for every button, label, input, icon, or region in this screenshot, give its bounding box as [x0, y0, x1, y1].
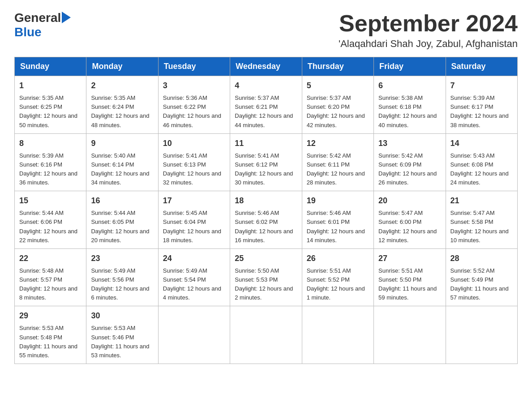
- calendar-day-cell: 21Sunrise: 5:47 AMSunset: 5:58 PMDayligh…: [446, 191, 517, 249]
- day-number: 17: [163, 195, 225, 207]
- calendar-day-cell: 27Sunrise: 5:51 AMSunset: 5:50 PMDayligh…: [374, 248, 446, 306]
- day-number: 28: [450, 253, 513, 265]
- calendar-week-3: 15Sunrise: 5:44 AMSunset: 6:06 PMDayligh…: [15, 191, 518, 249]
- logo-general-text: General: [14, 11, 61, 25]
- day-info: Sunrise: 5:52 AMSunset: 5:49 PMDaylight:…: [450, 266, 513, 303]
- day-info: Sunrise: 5:48 AMSunset: 5:57 PMDaylight:…: [19, 266, 82, 303]
- calendar-day-cell: 9Sunrise: 5:40 AMSunset: 6:14 PMDaylight…: [86, 133, 158, 191]
- day-number: 14: [450, 137, 513, 150]
- calendar-day-cell: 22Sunrise: 5:48 AMSunset: 5:57 PMDayligh…: [15, 248, 86, 306]
- location-title: 'Alaqahdari Shah Joy, Zabul, Afghanistan: [339, 38, 518, 50]
- weekday-header-saturday: Saturday: [446, 57, 517, 76]
- calendar-day-cell: 8Sunrise: 5:39 AMSunset: 6:16 PMDaylight…: [15, 133, 86, 191]
- svg-marker-0: [62, 12, 71, 23]
- day-number: 25: [235, 253, 297, 265]
- day-info: Sunrise: 5:41 AMSunset: 6:12 PMDaylight:…: [235, 151, 297, 188]
- day-info: Sunrise: 5:45 AMSunset: 6:04 PMDaylight:…: [163, 209, 225, 245]
- weekday-header-friday: Friday: [374, 57, 446, 76]
- day-number: 22: [19, 253, 82, 265]
- calendar-day-cell: 19Sunrise: 5:46 AMSunset: 6:01 PMDayligh…: [302, 191, 373, 249]
- day-number: 29: [19, 310, 82, 322]
- weekday-header-row: SundayMondayTuesdayWednesdayThursdayFrid…: [15, 57, 518, 76]
- day-number: 30: [91, 310, 153, 322]
- day-info: Sunrise: 5:41 AMSunset: 6:13 PMDaylight:…: [163, 151, 225, 188]
- day-number: 8: [19, 137, 82, 150]
- day-info: Sunrise: 5:36 AMSunset: 6:22 PMDaylight:…: [163, 94, 225, 130]
- day-info: Sunrise: 5:46 AMSunset: 6:02 PMDaylight:…: [235, 209, 297, 245]
- day-number: 9: [91, 137, 153, 150]
- calendar-day-cell: 2Sunrise: 5:35 AMSunset: 6:24 PMDaylight…: [86, 76, 158, 134]
- calendar-day-cell: [158, 306, 230, 364]
- day-info: Sunrise: 5:37 AMSunset: 6:20 PMDaylight:…: [307, 94, 369, 130]
- page-header: General Blue September 2024 'Alaqahdari …: [14, 11, 518, 50]
- day-number: 15: [19, 195, 82, 207]
- day-info: Sunrise: 5:51 AMSunset: 5:50 PMDaylight:…: [378, 266, 441, 303]
- calendar-day-cell: 29Sunrise: 5:53 AMSunset: 5:48 PMDayligh…: [15, 306, 86, 364]
- day-number: 16: [91, 195, 153, 207]
- day-number: 5: [307, 80, 369, 92]
- weekday-header-wednesday: Wednesday: [230, 57, 302, 76]
- calendar-week-2: 8Sunrise: 5:39 AMSunset: 6:16 PMDaylight…: [15, 133, 518, 191]
- day-number: 7: [450, 80, 513, 92]
- month-title: September 2024: [339, 11, 518, 36]
- calendar-day-cell: 20Sunrise: 5:47 AMSunset: 6:00 PMDayligh…: [374, 191, 446, 249]
- day-info: Sunrise: 5:42 AMSunset: 6:09 PMDaylight:…: [378, 151, 441, 188]
- calendar-day-cell: 1Sunrise: 5:35 AMSunset: 6:25 PMDaylight…: [15, 76, 86, 134]
- calendar-day-cell: 16Sunrise: 5:44 AMSunset: 6:05 PMDayligh…: [86, 191, 158, 249]
- day-number: 21: [450, 195, 513, 207]
- logo-blue-text: Blue: [14, 25, 42, 39]
- day-number: 23: [91, 253, 153, 265]
- day-number: 1: [19, 80, 82, 92]
- title-block: September 2024 'Alaqahdari Shah Joy, Zab…: [339, 11, 518, 50]
- day-info: Sunrise: 5:37 AMSunset: 6:21 PMDaylight:…: [235, 94, 297, 130]
- day-number: 27: [378, 253, 441, 265]
- calendar-day-cell: [230, 306, 302, 364]
- weekday-header-tuesday: Tuesday: [158, 57, 230, 76]
- day-info: Sunrise: 5:43 AMSunset: 6:08 PMDaylight:…: [450, 151, 513, 188]
- calendar-day-cell: 4Sunrise: 5:37 AMSunset: 6:21 PMDaylight…: [230, 76, 302, 134]
- day-number: 26: [307, 253, 369, 265]
- day-number: 6: [378, 80, 441, 92]
- calendar-day-cell: 25Sunrise: 5:50 AMSunset: 5:53 PMDayligh…: [230, 248, 302, 306]
- day-number: 19: [307, 195, 369, 207]
- day-number: 18: [235, 195, 297, 207]
- calendar-day-cell: 6Sunrise: 5:38 AMSunset: 6:18 PMDaylight…: [374, 76, 446, 134]
- day-number: 24: [163, 253, 225, 265]
- weekday-header-sunday: Sunday: [15, 57, 86, 76]
- calendar-day-cell: 24Sunrise: 5:49 AMSunset: 5:54 PMDayligh…: [158, 248, 230, 306]
- day-info: Sunrise: 5:51 AMSunset: 5:52 PMDaylight:…: [307, 266, 369, 303]
- logo: General Blue: [14, 11, 71, 39]
- day-info: Sunrise: 5:53 AMSunset: 5:48 PMDaylight:…: [19, 324, 82, 360]
- day-info: Sunrise: 5:35 AMSunset: 6:25 PMDaylight:…: [19, 94, 82, 130]
- day-number: 20: [378, 195, 441, 207]
- weekday-header-monday: Monday: [86, 57, 158, 76]
- calendar-day-cell: 11Sunrise: 5:41 AMSunset: 6:12 PMDayligh…: [230, 133, 302, 191]
- calendar-day-cell: 26Sunrise: 5:51 AMSunset: 5:52 PMDayligh…: [302, 248, 373, 306]
- calendar-day-cell: 28Sunrise: 5:52 AMSunset: 5:49 PMDayligh…: [446, 248, 517, 306]
- calendar-day-cell: 12Sunrise: 5:42 AMSunset: 6:11 PMDayligh…: [302, 133, 373, 191]
- calendar-day-cell: 3Sunrise: 5:36 AMSunset: 6:22 PMDaylight…: [158, 76, 230, 134]
- calendar-day-cell: 14Sunrise: 5:43 AMSunset: 6:08 PMDayligh…: [446, 133, 517, 191]
- calendar-week-4: 22Sunrise: 5:48 AMSunset: 5:57 PMDayligh…: [15, 248, 518, 306]
- day-info: Sunrise: 5:49 AMSunset: 5:54 PMDaylight:…: [163, 266, 225, 303]
- calendar-day-cell: [446, 306, 517, 364]
- weekday-header-thursday: Thursday: [302, 57, 373, 76]
- calendar-day-cell: 18Sunrise: 5:46 AMSunset: 6:02 PMDayligh…: [230, 191, 302, 249]
- day-info: Sunrise: 5:49 AMSunset: 5:56 PMDaylight:…: [91, 266, 153, 303]
- calendar-day-cell: 17Sunrise: 5:45 AMSunset: 6:04 PMDayligh…: [158, 191, 230, 249]
- calendar-day-cell: 5Sunrise: 5:37 AMSunset: 6:20 PMDaylight…: [302, 76, 373, 134]
- day-info: Sunrise: 5:46 AMSunset: 6:01 PMDaylight:…: [307, 209, 369, 245]
- day-number: 11: [235, 137, 297, 150]
- calendar-week-1: 1Sunrise: 5:35 AMSunset: 6:25 PMDaylight…: [15, 76, 518, 134]
- day-number: 13: [378, 137, 441, 150]
- day-info: Sunrise: 5:47 AMSunset: 6:00 PMDaylight:…: [378, 209, 441, 245]
- day-info: Sunrise: 5:40 AMSunset: 6:14 PMDaylight:…: [91, 151, 153, 188]
- calendar-table: SundayMondayTuesdayWednesdayThursdayFrid…: [14, 57, 518, 364]
- day-number: 2: [91, 80, 153, 92]
- day-info: Sunrise: 5:50 AMSunset: 5:53 PMDaylight:…: [235, 266, 297, 303]
- calendar-day-cell: 13Sunrise: 5:42 AMSunset: 6:09 PMDayligh…: [374, 133, 446, 191]
- day-number: 4: [235, 80, 297, 92]
- calendar-day-cell: 15Sunrise: 5:44 AMSunset: 6:06 PMDayligh…: [15, 191, 86, 249]
- day-info: Sunrise: 5:35 AMSunset: 6:24 PMDaylight:…: [91, 94, 153, 130]
- day-info: Sunrise: 5:39 AMSunset: 6:17 PMDaylight:…: [450, 94, 513, 130]
